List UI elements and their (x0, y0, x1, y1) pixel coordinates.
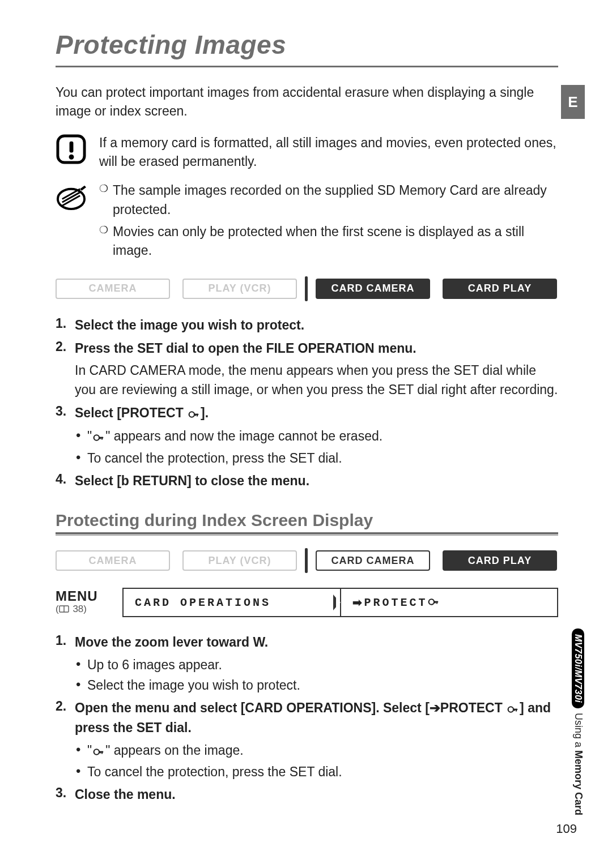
step-title: Open the menu and select [CARD OPERATION… (75, 699, 558, 738)
intro-text: You can protect important images from ac… (56, 83, 558, 121)
mode-row-1: CAMERA PLAY (VCR) CARD CAMERA CARD PLAY (56, 276, 558, 301)
menu-word: MENU (56, 589, 122, 603)
step-item: Open the menu and select [CARD OPERATION… (56, 699, 558, 781)
mode-camera: CAMERA (56, 279, 170, 299)
key-icon (428, 596, 439, 609)
mode-card-camera: CARD CAMERA (316, 550, 430, 571)
menu-cell-card-operations: CARD OPERATIONS (122, 588, 340, 617)
warning-text: If a memory card is formatted, all still… (99, 134, 558, 172)
menu-ref: ( 38) (56, 604, 122, 614)
step-bullet: "" appears on the image. (75, 741, 558, 760)
steps-list-1: Select the image you wish to protect. Pr… (56, 316, 558, 490)
section-heading: Protecting during Index Screen Display (56, 511, 558, 530)
mode-card-camera: CARD CAMERA (316, 279, 430, 299)
step-item: Select [b RETURN] to close the menu. (56, 472, 558, 490)
side-label: MV750i/MV730i Using a Memory Card (570, 628, 586, 815)
step-bullet: To cancel the protection, press the SET … (75, 449, 558, 467)
steps-list-2: Move the zoom lever toward W. Up to 6 im… (56, 633, 558, 804)
model-pill: MV750i/MV730i (572, 628, 584, 708)
book-icon (59, 605, 69, 613)
key-icon (188, 405, 199, 424)
info-item: Movies can only be protected when the fi… (99, 223, 558, 260)
step-title: Select the image you wish to protect. (75, 316, 558, 335)
mode-play-vcr: PLAY (VCR) (182, 279, 297, 299)
mode-row-2: CAMERA PLAY (VCR) CARD CAMERA CARD PLAY (56, 548, 558, 573)
mode-marker (305, 548, 308, 573)
warning-icon (56, 134, 87, 165)
step-title: Close the menu. (75, 785, 558, 804)
key-icon (93, 428, 104, 446)
info-note: The sample images recorded on the suppli… (56, 181, 558, 263)
info-item: The sample images recorded on the suppli… (99, 181, 558, 219)
step-item: Select [PROTECT ]. "" appears and now th… (56, 404, 558, 467)
step-title: Press the SET dial to open the FILE OPER… (75, 339, 558, 358)
mode-marker (305, 276, 308, 301)
step-sub: In CARD CAMERA mode, the menu appears wh… (75, 361, 558, 399)
warning-note: If a memory card is formatted, all still… (56, 134, 558, 172)
step-title: Select [PROTECT ]. (75, 404, 558, 424)
step-bullet: Up to 6 images appear. (75, 656, 558, 674)
step-title: Select [b RETURN] to close the menu. (75, 472, 558, 490)
step-item: Close the menu. (56, 785, 558, 804)
step-bullet: "" appears and now the image cannot be e… (75, 427, 558, 446)
menu-cell-protect: PROTECT (340, 588, 559, 617)
key-icon (507, 700, 518, 719)
step-title: Move the zoom lever toward W. (75, 633, 558, 652)
step-item: Select the image you wish to protect. (56, 316, 558, 335)
mode-card-play: CARD PLAY (443, 550, 557, 571)
key-icon (93, 742, 104, 760)
page-title: Protecting Images (56, 29, 558, 60)
title-rule (56, 66, 558, 67)
section-label: Using a Memory Card (572, 713, 584, 815)
section-rule (56, 532, 558, 536)
mode-camera: CAMERA (56, 550, 170, 571)
step-item: Press the SET dial to open the FILE OPER… (56, 339, 558, 399)
step-bullet: To cancel the protection, press the SET … (75, 763, 558, 781)
language-tab: E (561, 85, 585, 119)
step-item: Move the zoom lever toward W. Up to 6 im… (56, 633, 558, 694)
mode-card-play: CARD PLAY (443, 279, 557, 299)
info-icon (56, 181, 87, 212)
page-number: 109 (556, 822, 577, 836)
mode-play-vcr: PLAY (VCR) (182, 550, 297, 571)
step-bullet: Select the image you wish to protect. (75, 676, 558, 694)
menu-strip: MENU ( 38) CARD OPERATIONS PROTECT (56, 588, 558, 617)
